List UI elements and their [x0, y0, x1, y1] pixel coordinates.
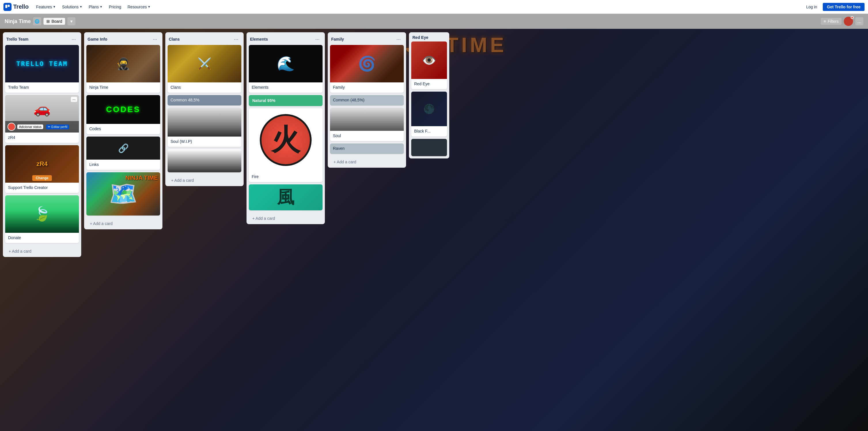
card-family-header-body: Family — [330, 83, 404, 93]
card-soul-family-title: Soul — [333, 133, 341, 138]
card-support[interactable]: zR4 Change Support Trello Creator — [5, 145, 79, 193]
features-menu[interactable]: Features ▼ — [33, 3, 58, 11]
features-label: Features — [36, 5, 52, 9]
list-game-info-header: Game Info ··· — [84, 32, 162, 45]
editar-perfil-button[interactable]: ✏ Editar perfil — [46, 124, 69, 129]
map-ninja-label: NINJA TIME — [125, 175, 158, 181]
get-trello-button[interactable]: Get Trello for free — [823, 3, 865, 11]
card-zr4[interactable]: Adicionar status ✏ Editar perfil ··· 🚗 z… — [5, 95, 79, 143]
card-common-family-body: Common (48,5%) — [330, 95, 404, 105]
trello-icon-svg — [5, 4, 10, 9]
card-soul-wip-body: Soul (W.I.P) — [167, 136, 241, 147]
solutions-menu[interactable]: Solutions ▼ — [59, 3, 86, 11]
card-codes-body: Codes — [86, 124, 160, 134]
board-view-button[interactable]: ⊞ Board — [43, 18, 65, 25]
adicionar-status-button[interactable]: Adicionar status — [17, 124, 43, 129]
pricing-nav[interactable]: Pricing — [106, 3, 124, 11]
card-elements-header[interactable]: 🌊 Elements — [249, 45, 322, 93]
board-header: Ninja Time 🌐 ⊞ Board ▼ ≡ Filters ... — [0, 14, 868, 29]
support-center-label: zR4 — [36, 160, 48, 168]
ninja-time-image: 🥷 — [86, 45, 160, 83]
card-black-title: Black F... — [414, 129, 431, 133]
card-bottom-clans[interactable] — [167, 149, 241, 172]
list-clans-menu[interactable]: ··· — [232, 35, 240, 43]
board-title: Ninja Time — [5, 19, 31, 25]
board-right-actions: ≡ Filters ... — [821, 17, 863, 26]
board-visibility-button[interactable]: 🌐 — [33, 17, 41, 25]
card-soul-family-body: Soul — [330, 131, 404, 141]
list-elements-menu[interactable]: ··· — [313, 35, 321, 43]
card-fire-title: Fire — [252, 174, 259, 179]
add-card-elements[interactable]: + Add a card — [249, 214, 322, 223]
card-dark[interactable] — [411, 139, 447, 156]
card-clans-header[interactable]: ⚔️ Clans — [167, 45, 241, 93]
resources-menu[interactable]: Resources ▼ — [125, 3, 154, 11]
zr4-image: Adicionar status ✏ Editar perfil ··· 🚗 — [5, 95, 79, 132]
card-common-family[interactable]: Common (48,5%) — [330, 95, 404, 105]
support-image: zR4 Change — [5, 145, 79, 183]
card-map[interactable]: 🗺️ NINJA TIME — [86, 172, 160, 216]
list-red-eye-cards: 👁️ Red Eye 🌑 Black F... — [409, 41, 449, 158]
card-family-header[interactable]: 🌀 Family — [330, 45, 404, 93]
list-family-title: Family — [331, 37, 344, 41]
card-codes-title: Codes — [89, 126, 101, 131]
card-zr4-title: zR4 — [8, 135, 15, 140]
list-family-menu[interactable]: ··· — [395, 35, 403, 43]
card-donate[interactable]: 🍃 Donate — [5, 195, 79, 243]
list-elements-header: Elements ··· — [247, 32, 325, 45]
list-trello-team-menu[interactable]: ··· — [70, 35, 78, 43]
login-button[interactable]: Log in — [803, 3, 820, 11]
card-water[interactable]: 風 — [249, 184, 322, 210]
black-symbol: 🌑 — [423, 103, 435, 114]
list-game-info-title: Game Info — [88, 37, 107, 41]
plans-menu[interactable]: Plans ▼ — [86, 3, 105, 11]
filter-icon: ≡ — [824, 19, 826, 24]
nav-right: Log in Get Trello for free — [803, 3, 865, 11]
board-view-icon: ⊞ — [46, 19, 50, 24]
card-raven-title: Raven — [333, 146, 344, 151]
card-codes[interactable]: CODES Codes — [86, 95, 160, 134]
add-card-trello-team[interactable]: + Add a card — [5, 247, 79, 256]
three-dot-icon[interactable]: ··· — [71, 97, 77, 102]
card-trello-team[interactable]: TRELLO TEAM Trello Team — [5, 45, 79, 93]
list-clans-cards: ⚔️ Clans Common 48,5% — [165, 45, 244, 175]
card-soul-wip[interactable]: Soul (W.I.P) — [167, 108, 241, 147]
card-fire-body: Fire — [249, 172, 322, 182]
list-game-info-cards: 🥷 Ninja Time CODES Codes — [84, 45, 162, 218]
card-fire[interactable]: 火 Fire — [249, 108, 322, 182]
more-options-button[interactable]: ... — [855, 17, 863, 25]
trello-logo[interactable]: Trello — [3, 3, 29, 11]
elements-symbol: 🌊 — [277, 55, 294, 72]
board-expand-button[interactable]: ▼ — [67, 17, 75, 25]
list-game-info-menu[interactable]: ··· — [151, 35, 159, 43]
notification-badge — [851, 16, 854, 19]
list-elements-cards: 🌊 Elements Natural 95% 火 — [247, 45, 325, 213]
card-support-title: Support Trello Creator — [8, 185, 48, 190]
card-black[interactable]: 🌑 Black F... — [411, 92, 447, 136]
card-natural[interactable]: Natural 95% — [249, 95, 322, 106]
card-links-body: Links — [86, 160, 160, 170]
svg-rect-1 — [8, 5, 10, 7]
card-ninja-time[interactable]: 🥷 Ninja Time — [86, 45, 160, 93]
list-red-eye-title: Red Eye — [412, 35, 428, 40]
card-natural-title: Natural 95% — [252, 98, 275, 103]
add-card-family[interactable]: + Add a card — [330, 157, 404, 166]
card-common-clans[interactable]: Common 48,5% — [167, 95, 241, 105]
resources-chevron: ▼ — [148, 5, 151, 8]
resources-label: Resources — [128, 5, 147, 9]
filters-button[interactable]: ≡ Filters — [821, 18, 841, 25]
card-raven[interactable]: Raven — [330, 144, 404, 154]
list-clans-title: Clans — [169, 37, 180, 41]
card-red-eye-header[interactable]: 👁️ Red Eye — [411, 41, 447, 89]
donate-emoji: 🍃 — [33, 206, 51, 222]
user-avatar-button[interactable] — [844, 17, 853, 26]
add-card-clans[interactable]: + Add a card — [167, 176, 241, 185]
clans-chars: ⚔️ — [197, 57, 212, 70]
fire-circle: 火 — [260, 114, 312, 166]
card-soul-family[interactable]: Soul — [330, 108, 404, 141]
add-card-game-info[interactable]: + Add a card — [86, 219, 160, 228]
card-links[interactable]: 🔗 Links — [86, 136, 160, 170]
features-chevron: ▼ — [53, 5, 56, 8]
board-content-area: Trello Team ··· TRELLO TEAM Trello Team — [0, 29, 868, 431]
list-red-eye-header: Red Eye — [409, 32, 449, 41]
